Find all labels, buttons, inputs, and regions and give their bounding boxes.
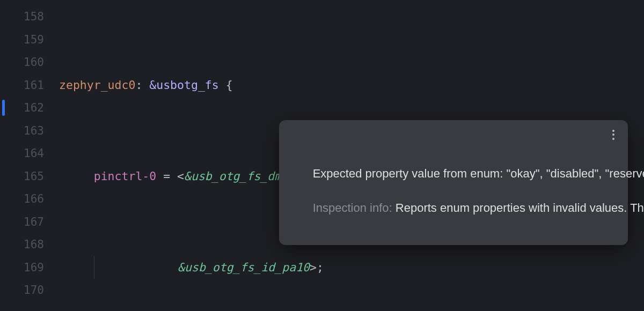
tooltip-message: Expected property value from enum: "okay… [313, 167, 644, 180]
brace-open: { [219, 78, 233, 92]
line-number[interactable]: 160 [0, 51, 59, 74]
phandle-ref: &usb_otg_fs_id_pa10 [178, 261, 310, 274]
code-editor[interactable]: 158 159 160 161 162 163 164 165 166 167 … [0, 0, 644, 311]
more-actions-icon[interactable] [608, 129, 619, 140]
gutter: 158 159 160 161 162 163 164 165 166 167 … [0, 0, 59, 311]
line-number[interactable]: 158 [0, 5, 59, 28]
line-number[interactable]: 162 [0, 97, 59, 120]
code-line[interactable]: zephyr_udc0: &usbotg_fs { [59, 74, 644, 97]
line-number[interactable]: 159 [0, 28, 59, 51]
line-number[interactable]: 164 [0, 142, 59, 165]
line-number[interactable]: 165 [0, 165, 59, 188]
node-ref: usbotg_fs [156, 78, 219, 92]
line-number[interactable]: 168 [0, 233, 59, 256]
inspection-tooltip[interactable]: Expected property value from enum: "okay… [279, 120, 628, 245]
change-marker [2, 100, 5, 116]
ampersand: & [149, 78, 156, 92]
line-number[interactable]: 167 [0, 211, 59, 234]
tooltip-info-label: Inspection info: [313, 201, 392, 214]
node-label: zephyr_udc0 [59, 78, 135, 92]
line-number[interactable]: 169 [0, 256, 59, 279]
property-name: pinctrl-0 [94, 169, 157, 183]
line-number[interactable]: 161 [0, 74, 59, 97]
code-area[interactable]: zephyr_udc0: &usbotg_fs { pinctrl-0 = <&… [59, 0, 644, 311]
line-number[interactable]: 166 [0, 188, 59, 211]
angle-close: >; [310, 261, 324, 274]
code-line[interactable]: &usb_otg_fs_id_pa10>; [59, 256, 644, 279]
line-number[interactable]: 170 [0, 279, 59, 302]
line-number[interactable]: 163 [0, 120, 59, 143]
tooltip-info-body: Reports enum properties with invalid val… [392, 201, 644, 214]
indent-guide [94, 256, 94, 279]
assign: = < [156, 169, 184, 183]
colon: : [135, 78, 149, 92]
